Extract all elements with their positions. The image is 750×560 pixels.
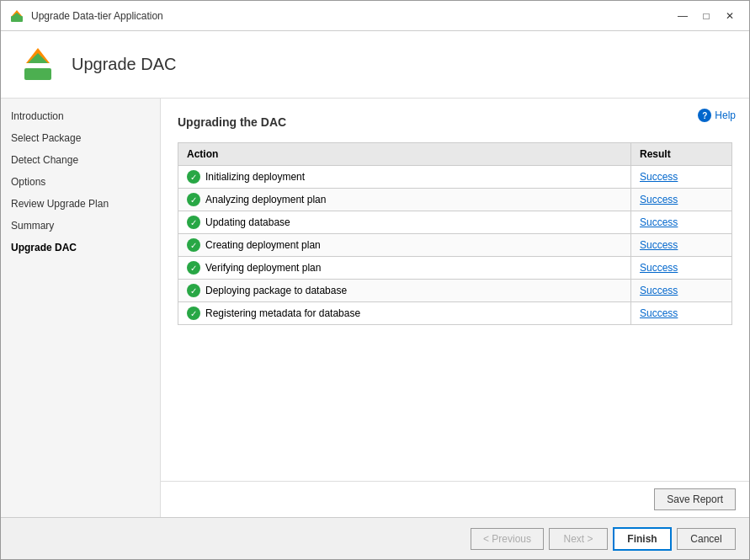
success-icon: ✓ [187,307,200,320]
help-link[interactable]: ? Help [698,109,736,122]
action-cell: ✓ Analyzing deployment plan [178,189,631,211]
table-row: ✓ Analyzing deployment plan Success [178,189,732,211]
sidebar-item-detect-change[interactable]: Detect Change [1,149,160,171]
result-link[interactable]: Success [640,216,678,228]
result-cell: Success [631,189,732,211]
col-header-result: Result [631,143,732,166]
success-icon: ✓ [187,238,200,252]
result-link[interactable]: Success [640,307,678,319]
sidebar-item-upgrade-dac[interactable]: Upgrade DAC [1,237,160,259]
content-wrapper: ? Help Upgrading the DAC Action Result ✓ [161,99,749,517]
action-table: Action Result ✓ Initializing deployment … [178,142,732,325]
result-cell: Success [631,280,732,302]
result-link[interactable]: Success [640,239,678,251]
header-area: Upgrade DAC [1,31,749,99]
sidebar-item-introduction[interactable]: Introduction [1,105,160,127]
sidebar-item-options[interactable]: Options [1,171,160,193]
svg-rect-0 [11,16,23,22]
result-cell: Success [631,302,732,325]
maximize-button[interactable]: □ [695,8,717,24]
section-title: Upgrading the DAC [178,115,732,129]
col-header-action: Action [178,143,631,166]
table-row: ✓ Verifying deployment plan Success [178,257,732,280]
success-icon: ✓ [187,284,200,297]
action-cell: ✓ Initializing deployment [178,166,631,189]
cancel-button[interactable]: Cancel [677,528,736,550]
svg-rect-3 [24,68,51,80]
result-cell: Success [631,211,732,234]
action-cell: ✓ Verifying deployment plan [178,257,631,280]
header-title: Upgrade DAC [72,55,177,74]
save-report-button[interactable]: Save Report [654,488,736,510]
window-icon [9,8,24,24]
result-cell: Success [631,257,732,280]
previous-button[interactable]: < Previous [471,528,544,550]
action-cell: ✓ Creating deployment plan [178,234,631,257]
title-bar-left: Upgrade Data-tier Application [9,8,163,24]
table-row: ✓ Registering metadata for database Succ… [178,302,732,325]
result-cell: Success [631,234,732,257]
dac-icon [18,45,58,85]
window-controls: — □ ✕ [672,8,741,24]
window-title: Upgrade Data-tier Application [31,10,163,22]
action-cell: ✓ Deploying package to database [178,280,631,302]
table-row: ✓ Initializing deployment Success [178,166,732,189]
minimize-button[interactable]: — [672,8,694,24]
result-link[interactable]: Success [640,262,678,274]
table-row: ✓ Creating deployment plan Success [178,234,732,257]
main-window: Upgrade Data-tier Application — □ ✕ Upgr… [0,0,750,560]
result-link[interactable]: Success [640,171,678,183]
sidebar-item-summary[interactable]: Summary [1,215,160,237]
result-link[interactable]: Success [640,194,678,205]
success-icon: ✓ [187,261,200,275]
success-icon: ✓ [187,193,200,206]
success-icon: ✓ [187,216,200,229]
save-report-area: Save Report [161,481,749,517]
footer: < Previous Next > Finish Cancel [1,517,749,559]
result-cell: Success [631,166,732,189]
title-bar: Upgrade Data-tier Application — □ ✕ [1,1,749,31]
help-icon: ? [698,109,711,122]
next-button[interactable]: Next > [549,528,608,550]
main-content: Introduction Select Package Detect Chang… [1,99,749,517]
action-cell: ✓ Updating database [178,211,631,234]
sidebar: Introduction Select Package Detect Chang… [1,99,161,517]
table-row: ✓ Deploying package to database Success [178,280,732,302]
success-icon: ✓ [187,170,200,184]
upgrade-icon [18,45,58,85]
sidebar-item-review-upgrade-plan[interactable]: Review Upgrade Plan [1,193,160,215]
action-cell: ✓ Registering metadata for database [178,302,631,325]
finish-button[interactable]: Finish [613,527,672,551]
sidebar-item-select-package[interactable]: Select Package [1,127,160,149]
close-button[interactable]: ✕ [719,8,741,24]
result-link[interactable]: Success [640,285,678,296]
table-row: ✓ Updating database Success [178,211,732,234]
content-area: ? Help Upgrading the DAC Action Result ✓ [161,99,749,481]
